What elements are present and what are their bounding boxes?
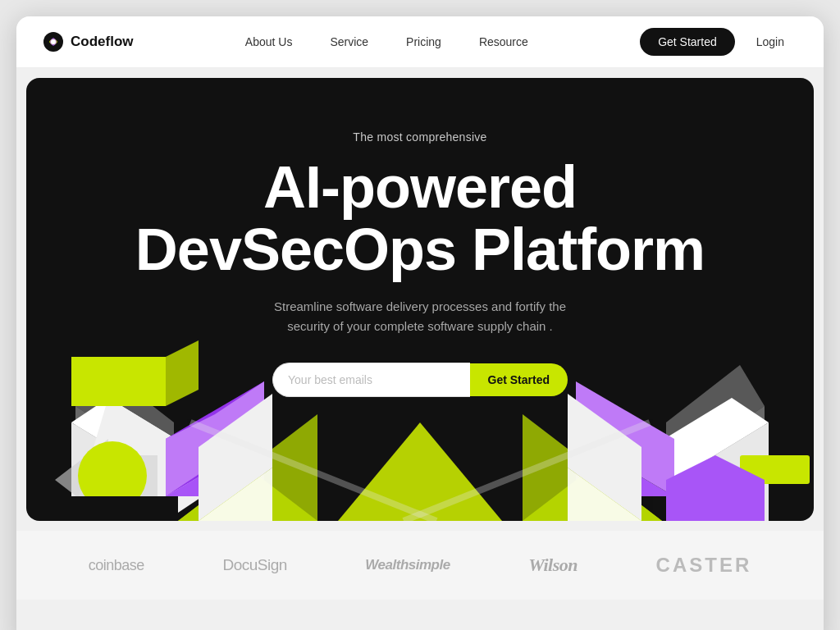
- logo-wilson: Wilson: [528, 555, 578, 576]
- svg-point-1: [51, 39, 56, 44]
- brand-name: Codeflow: [71, 34, 134, 50]
- navbar: Codeflow About Us Service Pricing Resour…: [16, 16, 824, 68]
- logo-coinbase: coinbase: [89, 557, 144, 574]
- hero-title: AI-powered DevSecOps Platform: [43, 157, 797, 281]
- browser-wrapper: Codeflow About Us Service Pricing Resour…: [16, 16, 824, 630]
- hero-title-line1: AI-powered: [263, 154, 577, 220]
- logo-caster: CASTER: [656, 554, 752, 577]
- nav-get-started-button[interactable]: Get Started: [640, 28, 735, 56]
- email-input[interactable]: [272, 363, 470, 397]
- hero-content: The most comprehensive AI-powered DevSec…: [26, 78, 814, 430]
- logo[interactable]: Codeflow: [43, 31, 134, 52]
- nav-service[interactable]: Service: [314, 29, 384, 55]
- svg-marker-35: [338, 422, 502, 521]
- logo-docusign: DocuSign: [222, 556, 286, 574]
- hero-title-line2: DevSecOps Platform: [135, 217, 705, 282]
- hero-subtitle: The most comprehensive: [43, 130, 797, 144]
- hero-section: The most comprehensive AI-powered DevSec…: [26, 78, 814, 521]
- nav-links: About Us Service Pricing Resource: [230, 29, 544, 55]
- nav-login-button[interactable]: Login: [743, 28, 797, 56]
- svg-rect-19: [71, 496, 178, 521]
- nav-pricing[interactable]: Pricing: [390, 29, 457, 55]
- nav-about[interactable]: About Us: [230, 29, 308, 55]
- logos-bar: coinbase DocuSign Wealthsimple Wilson CA…: [16, 531, 824, 600]
- nav-actions: Get Started Login: [640, 28, 797, 56]
- nav-resource[interactable]: Resource: [463, 29, 544, 55]
- logo-wealthsimple: Wealthsimple: [365, 557, 450, 573]
- hero-cta-form: Get Started: [272, 363, 568, 397]
- hero-description: Streamline software delivery processes a…: [272, 297, 568, 336]
- logo-icon: [43, 31, 64, 52]
- hero-get-started-button[interactable]: Get Started: [470, 363, 568, 396]
